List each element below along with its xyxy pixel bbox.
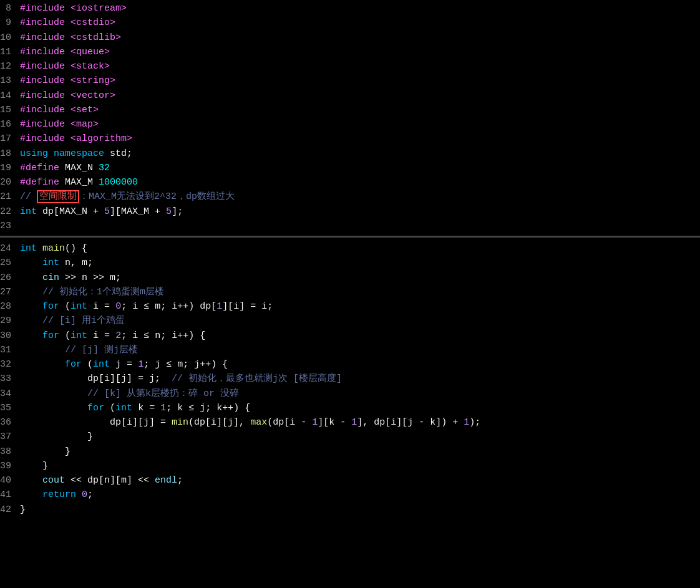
line-content: return 0;	[20, 488, 700, 502]
code-line: 23	[0, 219, 700, 233]
line-content: #include <cstdlib>	[20, 31, 700, 45]
line-content: #include <set>	[20, 103, 700, 117]
code-line: 14#include <vector>	[0, 89, 700, 103]
code-line: 29 // [i] 用i个鸡蛋	[0, 314, 700, 328]
line-number: 17	[0, 132, 20, 146]
line-content: dp[i][j] = min(dp[i][j], max(dp[i - 1][k…	[20, 415, 700, 430]
code-line: 33 dp[i][j] = j; // 初始化，最多也就测j次 [楼层高度]	[0, 372, 700, 386]
code-line: 20#define MAX_M 1000000	[0, 175, 700, 190]
line-content: }	[20, 459, 700, 473]
line-number: 9	[0, 16, 20, 30]
code-line: 9#include <cstdio>	[0, 16, 700, 30]
code-line: 39 }	[0, 459, 700, 473]
line-number: 20	[0, 175, 20, 190]
line-number: 33	[0, 372, 20, 386]
line-number: 18	[0, 147, 20, 161]
line-number: 35	[0, 401, 20, 415]
line-number: 25	[0, 256, 20, 270]
code-line: 28 for (int i = 0; i ≤ m; i++) dp[1][i] …	[0, 299, 700, 314]
code-line: 34 // [k] 从第k层楼扔：碎 or 没碎	[0, 387, 700, 401]
code-line: 12#include <stack>	[0, 59, 700, 74]
line-number: 41	[0, 488, 20, 502]
line-number: 26	[0, 271, 20, 285]
section-divider	[0, 236, 700, 238]
line-number: 15	[0, 103, 20, 117]
line-number: 31	[0, 343, 20, 357]
line-content: cout << dp[n][m] << endl;	[20, 473, 700, 488]
code-line: 24int main() {	[0, 241, 700, 256]
line-content: #define MAX_M 1000000	[20, 175, 700, 190]
line-content: dp[i][j] = j; // 初始化，最多也就测j次 [楼层高度]	[20, 372, 700, 386]
line-content: for (int k = 1; k ≤ j; k++) {	[20, 401, 700, 415]
code-editor: 8#include <iostream>9#include <cstdio>10…	[0, 0, 700, 588]
code-line: 21// 空间限制：MAX_M无法设到2^32，dp数组过大	[0, 190, 700, 204]
line-content: #include <iostream>	[20, 1, 700, 16]
line-content: // [j] 测j层楼	[20, 343, 700, 357]
line-number: 29	[0, 314, 20, 328]
line-number: 12	[0, 59, 20, 74]
line-content: #define MAX_N 32	[20, 161, 700, 175]
code-line: 22int dp[MAX_N + 5][MAX_M + 5];	[0, 205, 700, 219]
line-content: #include <stack>	[20, 59, 700, 74]
code-line: 10#include <cstdlib>	[0, 31, 700, 45]
line-number: 36	[0, 415, 20, 430]
line-content: // 空间限制：MAX_M无法设到2^32，dp数组过大	[20, 190, 700, 204]
line-content: // [k] 从第k层楼扔：碎 or 没碎	[20, 387, 700, 401]
line-content: }	[20, 430, 700, 444]
code-line: 8#include <iostream>	[0, 1, 700, 16]
line-number: 10	[0, 31, 20, 45]
code-line: 15#include <set>	[0, 103, 700, 117]
code-line: 31 // [j] 测j层楼	[0, 343, 700, 357]
line-number: 11	[0, 45, 20, 59]
line-number: 14	[0, 89, 20, 103]
line-content: #include <queue>	[20, 45, 700, 59]
code-line: 38 }	[0, 445, 700, 459]
code-line: 32 for (int j = 1; j ≤ m; j++) {	[0, 357, 700, 372]
line-content: for (int i = 0; i ≤ m; i++) dp[1][i] = i…	[20, 299, 700, 314]
line-number: 38	[0, 445, 20, 459]
line-content: int dp[MAX_N + 5][MAX_M + 5];	[20, 205, 700, 219]
line-number: 32	[0, 357, 20, 372]
line-number: 23	[0, 219, 20, 233]
line-number: 30	[0, 329, 20, 343]
line-content: int n, m;	[20, 256, 700, 270]
code-line: 36 dp[i][j] = min(dp[i][j], max(dp[i - 1…	[0, 415, 700, 430]
code-line: 27 // 初始化：1个鸡蛋测m层楼	[0, 285, 700, 299]
line-content: using namespace std;	[20, 147, 700, 161]
code-line: 37 }	[0, 430, 700, 444]
code-section-top: 8#include <iostream>9#include <cstdio>10…	[0, 0, 700, 233]
code-line: 11#include <queue>	[0, 45, 700, 59]
line-content: #include <map>	[20, 117, 700, 132]
line-content: for (int i = 2; i ≤ n; i++) {	[20, 329, 700, 343]
line-number: 42	[0, 503, 20, 517]
code-line: 26 cin >> n >> m;	[0, 271, 700, 285]
code-line: 17#include <algorithm>	[0, 132, 700, 146]
code-line: 19#define MAX_N 32	[0, 161, 700, 175]
code-line: 42}	[0, 503, 700, 517]
line-content: #include <string>	[20, 74, 700, 88]
line-content: // 初始化：1个鸡蛋测m层楼	[20, 285, 700, 299]
line-content: #include <algorithm>	[20, 132, 700, 146]
line-number: 40	[0, 473, 20, 488]
code-line: 40 cout << dp[n][m] << endl;	[0, 473, 700, 488]
line-number: 34	[0, 387, 20, 401]
line-content: #include <cstdio>	[20, 16, 700, 30]
line-content: }	[20, 445, 700, 459]
line-number: 39	[0, 459, 20, 473]
code-line: 30 for (int i = 2; i ≤ n; i++) {	[0, 329, 700, 343]
line-content: #include <vector>	[20, 89, 700, 103]
line-number: 24	[0, 241, 20, 256]
line-number: 27	[0, 285, 20, 299]
line-number: 19	[0, 161, 20, 175]
line-content: for (int j = 1; j ≤ m; j++) {	[20, 357, 700, 372]
line-content: }	[20, 503, 700, 517]
line-content: int main() {	[20, 241, 700, 256]
code-line: 18using namespace std;	[0, 147, 700, 161]
code-line: 16#include <map>	[0, 117, 700, 132]
line-number: 13	[0, 74, 20, 88]
line-number: 37	[0, 430, 20, 444]
line-content: // [i] 用i个鸡蛋	[20, 314, 700, 328]
line-number: 16	[0, 117, 20, 132]
line-number: 22	[0, 205, 20, 219]
code-line: 35 for (int k = 1; k ≤ j; k++) {	[0, 401, 700, 415]
